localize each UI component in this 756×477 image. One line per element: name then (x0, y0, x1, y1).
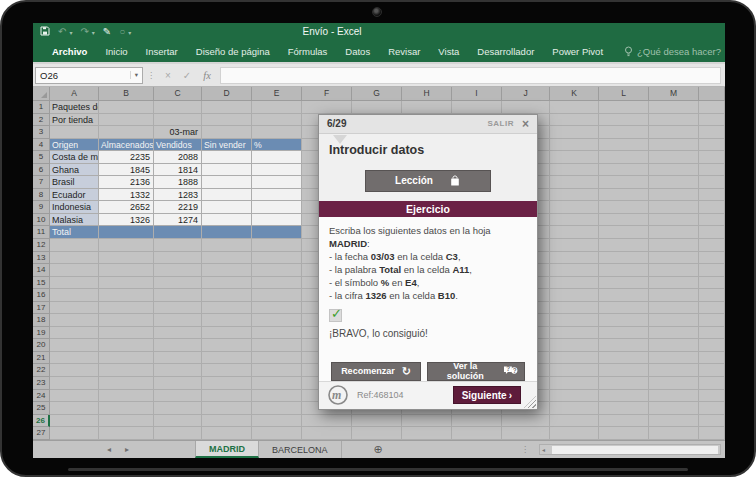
row-header-4[interactable]: 4 (33, 139, 50, 152)
cell-K22[interactable] (550, 364, 599, 377)
ribbon-tab-revisar[interactable]: Revisar (379, 46, 429, 57)
resize-handle-icon[interactable] (524, 396, 536, 408)
cell-A1[interactable]: Paquetes de cacao (50, 101, 99, 114)
cell-B1[interactable] (99, 101, 154, 114)
cell-E19[interactable] (252, 327, 302, 340)
cell-D24[interactable] (202, 390, 252, 403)
cell-D7[interactable] (202, 176, 252, 189)
cell-C27[interactable] (154, 427, 202, 440)
cell-A21[interactable] (50, 352, 99, 365)
cell-D3[interactable] (202, 126, 252, 139)
cell-K11[interactable] (550, 226, 599, 239)
cell-C9[interactable]: 2219 (154, 201, 202, 214)
cell-D17[interactable] (202, 302, 252, 315)
cell-E24[interactable] (252, 390, 302, 403)
cell-M14[interactable] (649, 264, 699, 277)
cell-n4[interactable] (699, 139, 725, 152)
cell-A13[interactable] (50, 252, 99, 265)
column-header-B[interactable]: B (99, 87, 154, 101)
cell-M15[interactable] (649, 277, 699, 290)
cell-B15[interactable] (99, 277, 154, 290)
cell-L12[interactable] (599, 239, 649, 252)
cell-K18[interactable] (550, 314, 599, 327)
cell-D18[interactable] (202, 314, 252, 327)
column-header-M[interactable]: M (649, 87, 699, 101)
cell-B2[interactable] (99, 114, 154, 127)
scroll-left-icon[interactable]: ◂ (542, 446, 545, 453)
cell-D5[interactable] (202, 151, 252, 164)
insert-function-icon[interactable]: fx (197, 70, 217, 81)
cell-A9[interactable]: Indonesia (50, 201, 99, 214)
cell-M9[interactable] (649, 201, 699, 214)
row-header-1[interactable]: 1 (33, 101, 50, 114)
cell-n6[interactable] (699, 164, 725, 177)
cell-D4[interactable]: Sin vender (202, 139, 252, 152)
ribbon-tab-dise-o-de-p-gina[interactable]: Diseño de página (187, 46, 279, 57)
cell-K25[interactable] (550, 402, 599, 415)
cell-D19[interactable] (202, 327, 252, 340)
cell-E13[interactable] (252, 252, 302, 265)
column-header-L[interactable]: L (599, 87, 649, 101)
row-header-2[interactable]: 2 (33, 114, 50, 127)
cell-D23[interactable] (202, 377, 252, 390)
cell-F26[interactable] (302, 415, 352, 428)
cell-A16[interactable] (50, 289, 99, 302)
cell-A19[interactable] (50, 327, 99, 340)
cell-E2[interactable] (252, 114, 302, 127)
cell-E18[interactable] (252, 314, 302, 327)
cell-A8[interactable]: Ecuador (50, 189, 99, 202)
cell-A6[interactable]: Ghana (50, 164, 99, 177)
cell-C17[interactable] (154, 302, 202, 315)
cell-L15[interactable] (599, 277, 649, 290)
cell-K24[interactable] (550, 390, 599, 403)
cell-I27[interactable] (452, 427, 502, 440)
cell-D26[interactable] (202, 415, 252, 428)
cell-L22[interactable] (599, 364, 649, 377)
cell-n15[interactable] (699, 277, 725, 290)
cell-n8[interactable] (699, 189, 725, 202)
cell-C6[interactable]: 1814 (154, 164, 202, 177)
new-sheet-icon[interactable]: ⊕ (374, 444, 383, 455)
cell-L21[interactable] (599, 352, 649, 365)
cell-n24[interactable] (699, 390, 725, 403)
row-header-19[interactable]: 19 (33, 327, 50, 340)
cell-n7[interactable] (699, 176, 725, 189)
cell-D21[interactable] (202, 352, 252, 365)
tab-splitter-icon[interactable]: ⋮ (521, 445, 529, 454)
cell-M25[interactable] (649, 402, 699, 415)
cell-M1[interactable] (649, 101, 699, 114)
lesson-button[interactable]: Lección (365, 170, 491, 192)
row-header-6[interactable]: 6 (33, 164, 50, 177)
cell-L18[interactable] (599, 314, 649, 327)
cell-n20[interactable] (699, 339, 725, 352)
enter-check-icon[interactable]: ✓ (177, 70, 197, 81)
cell-L27[interactable] (599, 427, 649, 440)
cell-B3[interactable] (99, 126, 154, 139)
row-header-7[interactable]: 7 (33, 176, 50, 189)
cell-D14[interactable] (202, 264, 252, 277)
row-header-10[interactable]: 10 (33, 214, 50, 227)
cell-D1[interactable] (202, 101, 252, 114)
cell-A17[interactable] (50, 302, 99, 315)
cell-D6[interactable] (202, 164, 252, 177)
cell-C11[interactable] (154, 226, 202, 239)
cancel-icon[interactable]: × (159, 70, 177, 81)
cell-n13[interactable] (699, 252, 725, 265)
cell-D27[interactable] (202, 427, 252, 440)
name-box-dropdown-icon[interactable]: ▾ (130, 71, 138, 79)
cell-B16[interactable] (99, 289, 154, 302)
cell-M16[interactable] (649, 289, 699, 302)
cell-B26[interactable] (99, 415, 154, 428)
column-header-J[interactable]: J (502, 87, 550, 101)
cell-B27[interactable] (99, 427, 154, 440)
cell-E27[interactable] (252, 427, 302, 440)
cell-n12[interactable] (699, 239, 725, 252)
row-header-24[interactable]: 24 (33, 390, 50, 403)
cell-E9[interactable] (252, 201, 302, 214)
cell-M23[interactable] (649, 377, 699, 390)
cell-L9[interactable] (599, 201, 649, 214)
cell-L25[interactable] (599, 402, 649, 415)
row-header-23[interactable]: 23 (33, 377, 50, 390)
cell-K5[interactable] (550, 151, 599, 164)
cell-n5[interactable] (699, 151, 725, 164)
